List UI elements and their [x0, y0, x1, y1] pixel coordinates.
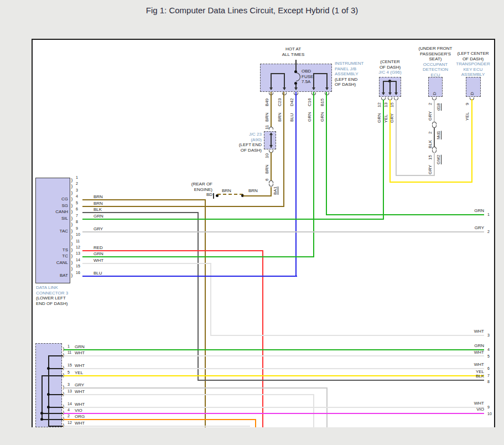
conn2-pin-number: 1 — [67, 344, 70, 348]
dlc3-pin-number: 15 — [76, 264, 80, 268]
pin-bracket-icon: ) — [71, 178, 73, 183]
connector-bus — [48, 355, 49, 427]
wire-brn-cg-down — [205, 199, 206, 427]
transponder-pin-number: 9 — [465, 100, 470, 105]
edge-terminal-number: 8 — [487, 380, 490, 384]
wire-gry-occupant-1 — [434, 99, 435, 122]
dlc3-signal: CG — [36, 196, 68, 202]
connector-bus-tap — [41, 419, 63, 420]
dlc3-signal: SIL — [36, 216, 68, 221]
dlc3-pin-number: 5 — [76, 201, 78, 205]
edge-terminal-number: 3 — [487, 333, 490, 337]
bus-dot — [40, 412, 43, 415]
wire-color-label: WHT — [462, 350, 484, 355]
ba1-pin-number: 6 — [264, 175, 269, 181]
wiring-diagram-canvas: HOT AT ALL TIMES INSTRUMENT PANEL J/B AS… — [32, 39, 495, 427]
jb-pin-id: B49 — [264, 95, 269, 106]
wire-grn-to-edge-1 — [326, 214, 484, 215]
dlc3-pin-number: 7 — [76, 214, 78, 218]
dlc3-pin-number: 6 — [76, 207, 78, 211]
dlc3-signal: CANH — [36, 209, 68, 215]
conn2-pin-number: 4 — [67, 408, 70, 412]
jc23-label: J/C 23 (A90) (LEFT END OF DASH) — [217, 132, 262, 153]
dlc3-pin-number: 14 — [76, 258, 80, 262]
dlc3-signal: BAT — [36, 273, 68, 278]
wire-red-ts-down — [262, 250, 263, 427]
jc4-pin-number: 13 — [383, 100, 388, 107]
dlc3-signal: TAC — [36, 229, 68, 234]
bus-dot — [47, 367, 50, 370]
dlc3-signal: TS — [36, 247, 68, 253]
wire-color-label: GRN — [462, 343, 484, 349]
edge-terminal-number: 1 — [487, 213, 490, 216]
dlc3-signal: CANL — [36, 260, 68, 266]
dlc3-pin-number: 12 — [76, 245, 80, 249]
ground-location-label: (REAR OF ENGINE) BD — [168, 182, 212, 198]
wire-wht-pin13 — [64, 394, 314, 395]
edge-terminal-number: 9 — [487, 405, 490, 409]
edge-terminal-number: 10 — [487, 412, 492, 416]
wire-yel-transponder — [471, 99, 472, 183]
wire-grn-sil — [82, 219, 384, 220]
dlc3-pin-number: 11 — [76, 239, 80, 243]
wire-color-label: BLU — [289, 108, 294, 122]
dlc3-pin-number: 3 — [76, 188, 78, 192]
conn2-pin-number: 2 — [67, 414, 70, 418]
wire-grn-jc4-sil — [383, 100, 384, 220]
arrow-down-icon — [382, 92, 385, 95]
wire-color-label: WHT — [462, 401, 484, 406]
dlc3-pin-number: 16 — [76, 271, 80, 275]
wire-wht-pin15 — [64, 368, 484, 369]
jb-pin-id: C23 — [277, 95, 282, 106]
wire-blk-canh — [82, 212, 199, 213]
wire-blk-to-edge-8 — [198, 380, 484, 381]
jc23-pin-number: 10 — [264, 152, 269, 158]
jc4-leg — [396, 81, 397, 93]
wire-color-label: GRN — [307, 108, 312, 122]
pin-bracket-icon: ) — [71, 247, 73, 253]
connector-bus-tap — [48, 368, 63, 369]
jb-bus-left — [271, 73, 285, 74]
jb-pin-id: B15 — [320, 95, 325, 106]
wire-brn-ground-dashed — [217, 194, 243, 195]
wire-brn-ground-solid — [243, 195, 272, 196]
arrow-down-icon — [269, 87, 273, 90]
wire-brn-ba1-bd — [271, 187, 272, 196]
occupant-ecu-pin-letter: D — [432, 90, 437, 95]
wire-gry-tac — [82, 231, 484, 232]
wire-color-label: GRN — [462, 208, 484, 214]
pin-bracket-icon — [269, 127, 273, 130]
wire-color-label: BRN — [277, 108, 282, 122]
pin-bracket-icon: ) — [71, 190, 73, 196]
transponder-ecu-pin-letter: D — [470, 90, 475, 95]
bus-dot — [47, 393, 50, 396]
wire-color-label: GRN — [320, 108, 325, 122]
dlc3-pin-number: 13 — [76, 251, 80, 255]
wire-color-label: WHT — [462, 329, 484, 334]
inline-connector-name: BA1 — [273, 183, 278, 195]
edge-terminal-number: 7 — [487, 374, 490, 377]
jc23-pin-number: 11 — [264, 123, 269, 130]
jb-bus-right — [313, 73, 328, 74]
wire-grn-b15 — [326, 92, 327, 215]
chain-pin-number: 15 — [428, 153, 433, 160]
wire-brn-b49 — [271, 92, 272, 127]
wire-grn-c16-tc — [313, 92, 314, 257]
wire-blk-occupant — [434, 127, 435, 147]
wire-wht-canl — [82, 263, 211, 264]
wire-color-label: WHT — [462, 362, 484, 368]
bus-dot — [47, 406, 50, 408]
connector-bus-tap — [48, 355, 63, 356]
connector-bus-tap — [41, 375, 63, 376]
figure-title: Fig 1: Computer Data Lines Circuit, Exce… — [0, 6, 504, 15]
connector-bus-tap — [48, 426, 63, 427]
pin-bracket-icon: ) — [71, 235, 73, 240]
dlc3-pin-number: 4 — [76, 194, 78, 198]
wire-blu-d42-bat — [295, 92, 297, 277]
ground-terminal-icon — [213, 193, 214, 199]
transponder-ecu-header: (LEFT CENTER OF DASH) TRANSPONDER KEY EC… — [451, 51, 495, 77]
pin-bracket-icon: ) — [71, 241, 73, 247]
wire-color-label: YEL — [465, 107, 470, 121]
wire-vio-pin4 — [64, 413, 484, 414]
power-source-label: HOT AT ALL TIMES — [271, 46, 315, 57]
